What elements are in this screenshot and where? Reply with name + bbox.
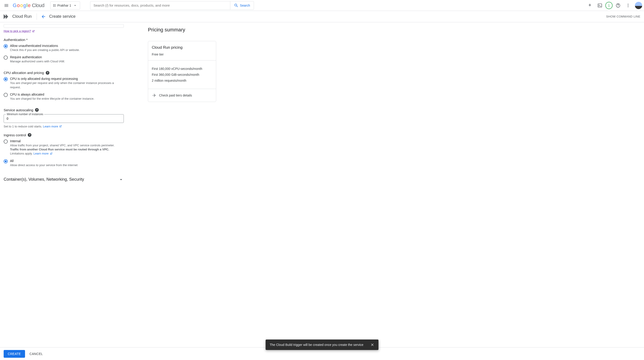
auth-radio-unauth-desc: Check this if you are creating a public …: [10, 48, 80, 52]
autoscale-learn-more-link[interactable]: Learn more: [43, 125, 62, 128]
search-button[interactable]: Search: [230, 1, 254, 10]
paid-tiers-link[interactable]: Check paid tiers details: [152, 93, 212, 98]
cpu-help-icon[interactable]: ?: [46, 71, 50, 75]
caret-down-icon: [73, 4, 77, 8]
svg-rect-0: [598, 4, 602, 7]
page-header: Cloud Run Create service SHOW COMMAND LI…: [0, 11, 644, 22]
auth-radio-unauth-label: Allow unauthenticated invocations: [10, 44, 80, 48]
min-instances-label: Minimum number of instances: [6, 113, 44, 116]
min-instances-input[interactable]: [6, 117, 121, 120]
ingress-radio-internal-desc: Allow traffic from your project, shared …: [10, 143, 124, 156]
pricing-line: First 180,000 vCPU-seconds/month: [152, 67, 212, 70]
cpu-heading: CPU allocation and pricing ?: [4, 71, 124, 75]
min-instances-helper: Set to 1 to reduce cold starts. Learn mo…: [4, 125, 124, 128]
external-link-icon: [50, 152, 52, 155]
ingress-radio-all[interactable]: [4, 159, 8, 164]
cloud-shell-icon[interactable]: [595, 1, 604, 10]
page-title: Create service: [49, 14, 76, 19]
cpu-radio-always-desc: You are charged for the entire lifecycle…: [10, 97, 94, 101]
product-title: Cloud Run: [12, 14, 37, 19]
min-instances-field: Minimum number of instances: [4, 114, 124, 123]
project-picker-icon: [53, 4, 56, 6]
svg-point-2: [628, 4, 628, 4]
form-column: How to pick a region? Authentication * A…: [0, 22, 128, 202]
chevron-down-icon: [118, 177, 124, 182]
svg-point-3: [628, 5, 628, 6]
ingress-radio-all-desc: Allow direct access to your service from…: [10, 163, 78, 167]
back-button[interactable]: [39, 12, 48, 21]
pricing-card: Cloud Run pricing Free tier First 180,00…: [148, 41, 216, 102]
ingress-radio-internal[interactable]: [4, 140, 8, 144]
pricing-line: 2 million requests/month: [152, 79, 212, 82]
pricing-heading: Pricing summary: [148, 27, 640, 33]
auth-heading: Authentication *: [4, 38, 124, 42]
cpu-radio-always[interactable]: [4, 93, 8, 97]
pricing-line: First 360,000 GiB-seconds/month: [152, 73, 212, 76]
auth-radio-require-label: Require authentication: [10, 55, 65, 59]
help-icon[interactable]: [614, 1, 622, 10]
cloud-run-icon: [3, 13, 10, 20]
autoscale-help-icon[interactable]: ?: [35, 108, 39, 112]
arrow-left-icon: [41, 14, 46, 19]
external-link-icon: [59, 125, 62, 128]
auth-radio-require-desc: Manage authorized users with Cloud IAM.: [10, 60, 65, 64]
region-field-partial[interactable]: [4, 24, 124, 28]
ingress-radio-internal-label: Internal: [10, 139, 124, 143]
ingress-learn-more-link[interactable]: Learn more: [34, 152, 52, 156]
main-content: How to pick a region? Authentication * A…: [0, 22, 644, 202]
auth-radio-unauth[interactable]: [4, 44, 8, 48]
pricing-column: Pricing summary Cloud Run pricing Free t…: [128, 22, 644, 202]
autoscale-heading: Service autoscaling ?: [4, 108, 124, 112]
cpu-radio-request-label: CPU is only allocated during request pro…: [10, 77, 124, 80]
search-bar: Search: [90, 1, 254, 10]
header-actions: 1: [585, 1, 642, 10]
cpu-radio-request[interactable]: [4, 77, 8, 81]
hamburger-menu-icon[interactable]: [2, 1, 11, 10]
arrow-right-icon: [152, 93, 156, 98]
project-picker[interactable]: Prakhar 1: [50, 1, 80, 10]
google-cloud-logo[interactable]: Google Cloud: [13, 2, 44, 8]
auth-radio-require[interactable]: [4, 56, 8, 60]
advanced-expander[interactable]: Container(s), Volumes, Networking, Secur…: [4, 176, 124, 184]
ingress-radio-all-label: All: [10, 159, 78, 163]
pricing-card-title: Cloud Run pricing: [152, 45, 212, 50]
ingress-heading: Ingress control ?: [4, 133, 124, 137]
more-vert-icon[interactable]: [624, 1, 632, 10]
external-link-icon: [32, 30, 35, 33]
search-icon: [234, 3, 238, 8]
user-avatar[interactable]: [635, 2, 642, 9]
gemini-spark-icon[interactable]: [585, 1, 594, 10]
project-name: Prakhar 1: [57, 4, 71, 7]
global-header: Google Cloud Prakhar 1 Search 1: [0, 0, 644, 11]
cpu-radio-request-desc: You are charged per request and only whe…: [10, 81, 124, 89]
svg-point-4: [628, 6, 628, 7]
show-command-line-button[interactable]: SHOW COMMAND LINE: [606, 15, 642, 18]
pricing-card-subtitle: Free tier: [152, 52, 212, 56]
search-input[interactable]: [90, 1, 230, 10]
cpu-radio-always-label: CPU is always allocated: [10, 92, 94, 96]
free-trial-badge[interactable]: 1: [605, 2, 612, 9]
region-help-link[interactable]: How to pick a region?: [4, 30, 35, 33]
ingress-help-icon[interactable]: ?: [28, 133, 32, 137]
